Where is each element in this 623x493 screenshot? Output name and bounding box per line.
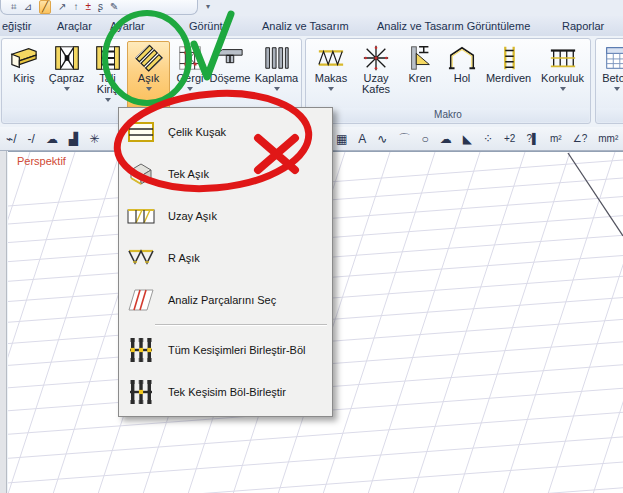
tali-kiris-button[interactable]: Tali Kiriş — [89, 41, 126, 109]
merdiven-button[interactable]: Merdiven — [483, 41, 534, 109]
tie-rod-icon — [175, 44, 205, 72]
hol-button[interactable]: Hol — [442, 41, 482, 109]
railing-icon — [548, 44, 578, 72]
uzay-kafes-button[interactable]: Uzay Kafes — [354, 41, 398, 109]
dropdown-arrow-icon — [560, 87, 566, 91]
tek-kesisim-icon — [126, 377, 156, 407]
button-label: Gergi — [177, 73, 204, 84]
group-label-makro: Makro — [307, 108, 589, 122]
doseme-button[interactable]: Döşeme — [210, 41, 250, 109]
button-label: Makas — [315, 73, 347, 84]
setsquare-icon[interactable]: ◣ — [463, 132, 472, 146]
button-label: Hol — [454, 73, 471, 84]
angle-query-icon[interactable]: ∠? — [573, 132, 588, 146]
button-label: Kiriş — [13, 73, 34, 84]
tek-asik-icon — [126, 159, 156, 189]
move-up-icon[interactable]: ↑ — [73, 1, 78, 13]
gergi-button[interactable]: Gergi — [171, 41, 209, 109]
menu-item-tek-asik[interactable]: Tek Aşık — [119, 153, 332, 195]
text-icon[interactable]: A — [358, 132, 366, 146]
menu-item-celik-kusak[interactable]: Çelik Kuşak — [119, 111, 332, 153]
points-icon[interactable]: ⁘ — [483, 132, 493, 146]
menu-item-tum-kesisimleri[interactable]: Tüm Kesişimleri Birleştir-Böl — [119, 329, 332, 371]
r-asik-icon — [126, 243, 156, 273]
menu-item-label: R Aşık — [168, 252, 200, 264]
kiris-button[interactable]: Kiriş — [4, 41, 44, 109]
group-label — [597, 108, 623, 122]
dimension-chain-icon[interactable]: ⌗ — [11, 1, 17, 13]
truss-icon — [316, 44, 346, 72]
dropdown-arrow-icon — [187, 87, 193, 91]
makas-button[interactable]: Makas — [309, 41, 353, 109]
button-label: Çapraz — [49, 73, 84, 84]
view-label: Perspektif — [17, 155, 66, 167]
button-label: Korkuluk — [541, 73, 584, 84]
cloud-revision-icon[interactable]: ☁ — [46, 132, 58, 146]
stair-icon — [494, 44, 524, 72]
cloud-icon[interactable]: ☁ — [440, 132, 452, 146]
pencil-icon[interactable]: ✎ — [110, 1, 118, 13]
uzay-asik-icon — [126, 201, 156, 231]
axis-cross-icon[interactable]: ✳ — [89, 132, 99, 146]
polyline-icon[interactable]: ∿ — [377, 132, 387, 146]
menu-item-label: Tek Aşık — [168, 168, 209, 180]
button-label: Döşeme — [210, 73, 251, 84]
analiz-parcalarini-sec-icon — [126, 285, 156, 315]
dropdown-arrow-icon — [64, 87, 70, 91]
tab-goruntu[interactable]: Görüntü — [189, 16, 229, 36]
menu-item-r-asik[interactable]: R Aşık — [119, 237, 332, 279]
ribbon-tab-bar: eğiştir Araçlar Ayarlar Görüntü Analiz v… — [0, 16, 623, 37]
tolerance-icon[interactable]: ± — [85, 1, 91, 13]
slab-icon — [215, 44, 245, 72]
menu-item-analiz-parcalarini-sec[interactable]: Analiz Parçalarını Seç — [119, 279, 332, 321]
secondary-beam-icon — [93, 44, 123, 72]
menu-item-label: Tüm Kesişimleri Birleştir-Böl — [168, 344, 306, 356]
purlin-icon — [134, 44, 164, 72]
quick-access-toolbar: ⌗ ⊿ ╱ ↗ ↑ ± ʂ ✎ ▾ — [0, 0, 623, 16]
kaplama-button[interactable]: Kaplama — [251, 41, 302, 109]
portal-frame-icon — [447, 44, 477, 72]
tab-ayarlar[interactable]: Ayarlar — [110, 16, 145, 36]
circle-icon[interactable]: ○ — [421, 132, 428, 146]
beton-button[interactable]: Beton — [598, 41, 623, 109]
button-label: Uzay Kafes — [355, 73, 397, 95]
button-label: Tali Kiriş — [90, 73, 125, 95]
tab-analiz-ve-tasarim-goruntuleme[interactable]: Analiz ve Tasarım Görüntüleme — [377, 16, 530, 36]
menu-item-tek-kesisim[interactable]: Tek Keşisim Böl-Birleştir — [119, 371, 332, 413]
arrow-icon[interactable]: ↗ — [58, 1, 66, 13]
measure-icon[interactable]: ?▌ — [526, 132, 539, 146]
tab-araclar[interactable]: Araçlar — [57, 16, 92, 36]
dropdown-arrow-icon — [146, 87, 152, 91]
spline-icon[interactable]: ʂ — [98, 1, 103, 13]
asik-button[interactable]: Aşık — [127, 41, 170, 109]
tab-raporlar[interactable]: Raporlar — [562, 16, 604, 36]
menu-separator — [155, 324, 327, 326]
kren-button[interactable]: Kren — [399, 41, 441, 109]
concrete-table-icon — [602, 44, 623, 72]
dropdown-arrow-icon — [274, 87, 280, 91]
chart-icon[interactable]: ▟ — [69, 132, 78, 146]
tab-degistir[interactable]: eğiştir — [2, 16, 31, 36]
toolbar-more-icon[interactable]: ▾ — [206, 2, 210, 11]
dropdown-arrow-icon — [105, 98, 111, 102]
arc-icon[interactable]: ⌒ — [398, 132, 410, 146]
beam-icon — [9, 44, 39, 72]
side-panel-strip[interactable] — [0, 151, 7, 493]
menu-item-label: Tek Keşisim Böl-Birleştir — [168, 386, 286, 398]
model-edge-line — [568, 153, 623, 236]
ribbon-group-makro: Makas Uzay Kafes Kren — [305, 38, 591, 124]
korkuluk-button[interactable]: Korkuluk — [535, 41, 590, 109]
capraz-button[interactable]: Çapraz — [45, 41, 88, 109]
draw-line-icon[interactable]: ╱ — [39, 0, 51, 14]
dimension-icon[interactable]: ⌁/ — [6, 132, 17, 146]
angle-measure-icon[interactable]: ⊿ — [24, 1, 32, 13]
rotate-icon[interactable]: +2 — [504, 132, 515, 146]
dimension-edit-icon[interactable]: -/ — [28, 132, 35, 146]
cladding-icon — [262, 44, 292, 72]
button-label: Beton — [602, 73, 623, 84]
menu-item-uzay-asik[interactable]: Uzay Aşık — [119, 195, 332, 237]
tab-analiz-ve-tasarim[interactable]: Analiz ve Tasarım — [262, 16, 349, 36]
image-icon[interactable]: ▦ — [336, 132, 347, 146]
area-icon[interactable]: m² — [550, 132, 562, 146]
mm2-icon[interactable]: mm² — [598, 132, 618, 146]
